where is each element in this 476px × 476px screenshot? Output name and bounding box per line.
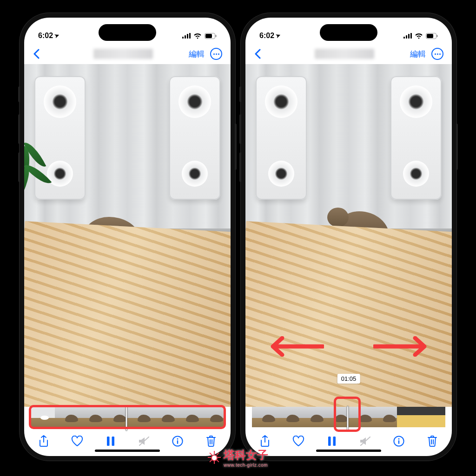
share-icon [39, 435, 49, 447]
trash-icon [427, 435, 437, 447]
info-button[interactable] [392, 436, 405, 447]
svg-rect-0 [182, 37, 184, 39]
svg-rect-12 [403, 37, 405, 39]
svg-rect-8 [112, 437, 115, 446]
pause-button[interactable] [104, 436, 117, 446]
power-button [456, 124, 458, 170]
svg-rect-11 [177, 440, 178, 444]
share-icon [260, 435, 270, 447]
scrubber-handle[interactable] [126, 406, 127, 431]
nav-title-blurred [279, 49, 410, 59]
edit-button[interactable]: 編輯 [410, 49, 426, 59]
back-button[interactable] [254, 49, 279, 59]
scrubber-handle[interactable] [347, 406, 349, 431]
svg-rect-7 [107, 437, 110, 446]
svg-rect-18 [437, 35, 438, 37]
phone-left: 6:02 ➤ 編輯 [20, 13, 235, 461]
favorite-button[interactable] [292, 436, 305, 447]
status-icons [403, 33, 438, 39]
svg-point-10 [177, 438, 178, 440]
info-icon [393, 436, 404, 447]
watermark-url: www.tech-girlz.com [224, 463, 268, 468]
more-button[interactable] [431, 48, 443, 60]
svg-rect-17 [427, 34, 433, 38]
svg-rect-20 [333, 437, 336, 446]
chevron-left-icon [254, 49, 261, 59]
dynamic-island [99, 24, 156, 41]
svg-rect-6 [216, 35, 217, 37]
annotation-swipe-arrows [245, 336, 452, 357]
status-time: 6:02 ➤ [38, 32, 59, 40]
more-button[interactable] [210, 48, 222, 60]
location-arrow-icon: ➤ [53, 32, 60, 40]
nav-title-blurred [58, 49, 189, 59]
arrow-left-icon [268, 336, 324, 357]
volume-up [18, 114, 20, 144]
edit-button[interactable]: 編輯 [189, 49, 205, 59]
info-button[interactable] [171, 436, 184, 447]
video-timeline[interactable] [245, 407, 452, 427]
video-preview[interactable]: 01:05 [245, 64, 452, 407]
heart-icon [71, 436, 83, 447]
home-indicator[interactable] [95, 450, 160, 452]
svg-rect-5 [205, 34, 212, 38]
scrub-timestamp: 01:05 [337, 374, 360, 384]
status-time: 6:02 ➤ [259, 32, 280, 40]
cellular-icon [403, 33, 412, 39]
heart-icon [292, 436, 304, 447]
battery-icon [205, 33, 217, 39]
favorite-button[interactable] [71, 436, 84, 447]
svg-rect-13 [406, 35, 407, 39]
svg-point-22 [398, 438, 400, 440]
svg-rect-23 [398, 440, 399, 444]
delete-button[interactable] [426, 435, 439, 447]
pause-icon [106, 436, 115, 446]
mute-icon [138, 436, 150, 446]
info-icon [172, 436, 183, 447]
phone-right: 6:02 ➤ 編輯 [241, 13, 456, 461]
volume-down [18, 152, 20, 182]
sun-icon [208, 451, 221, 464]
wifi-icon [415, 33, 423, 39]
share-button[interactable] [37, 435, 50, 447]
svg-rect-2 [187, 34, 188, 39]
watermark-name: 塔科女子 [224, 449, 268, 461]
svg-rect-15 [410, 33, 412, 39]
mute-button[interactable] [359, 436, 372, 446]
mute-button[interactable] [138, 436, 151, 446]
chevron-left-icon [33, 49, 40, 59]
pause-button[interactable] [325, 436, 338, 446]
status-icons [182, 33, 217, 39]
location-arrow-icon: ➤ [275, 32, 281, 40]
volume-up [239, 114, 241, 144]
home-indicator[interactable] [316, 450, 381, 452]
cellular-icon [182, 33, 191, 39]
timeline-row [245, 407, 452, 430]
trash-icon [206, 435, 216, 447]
svg-rect-3 [189, 33, 191, 39]
side-switch [239, 86, 241, 102]
mute-icon [359, 436, 371, 446]
delete-button[interactable] [205, 435, 218, 447]
dynamic-island [320, 24, 377, 41]
phones-row: 6:02 ➤ 編輯 [0, 0, 476, 461]
nav-bar: 編輯 [245, 44, 452, 64]
svg-rect-19 [328, 437, 331, 446]
timeline-row [24, 407, 231, 430]
wifi-icon [193, 33, 202, 39]
video-preview[interactable] [24, 64, 231, 407]
power-button [235, 124, 237, 170]
share-button[interactable] [258, 435, 271, 447]
svg-rect-14 [408, 34, 410, 39]
volume-down [239, 152, 241, 182]
nav-bar: 編輯 [24, 44, 231, 64]
svg-rect-1 [185, 35, 186, 39]
video-timeline[interactable] [24, 407, 231, 427]
side-switch [18, 86, 20, 102]
battery-icon [426, 33, 438, 39]
screen-left: 6:02 ➤ 編輯 [24, 18, 231, 456]
arrow-right-icon [373, 336, 429, 357]
watermark: 塔科女子 www.tech-girlz.com [208, 448, 268, 468]
pause-icon [328, 436, 336, 446]
back-button[interactable] [33, 49, 58, 59]
